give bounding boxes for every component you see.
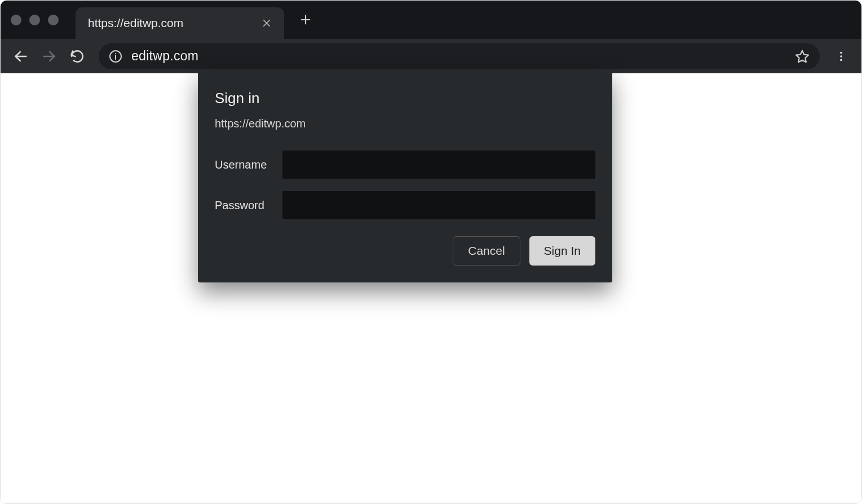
window-maximize-button[interactable] [48,15,59,25]
browser-tab-active[interactable]: https://editwp.com [76,7,284,39]
new-tab-button[interactable] [294,8,317,31]
arrow-right-icon [41,48,57,64]
window-controls [11,15,59,25]
dialog-actions: Cancel Sign In [215,236,595,266]
username-row: Username [215,151,595,179]
password-input[interactable] [282,191,595,219]
username-label: Username [215,158,282,171]
svg-point-11 [840,55,842,58]
back-button[interactable] [8,44,33,69]
info-icon [109,50,122,63]
dialog-origin: https://editwp.com [215,117,595,130]
reload-button[interactable] [65,44,90,69]
browser-window: https://editwp.com [0,0,862,504]
svg-point-12 [840,59,842,61]
window-close-button[interactable] [11,15,21,25]
browser-menu-button[interactable] [829,44,854,69]
page-content: Sign in https://editwp.com Username Pass… [1,73,861,503]
star-icon [795,49,810,64]
tab-strip: https://editwp.com [1,1,861,39]
tab-title: https://editwp.com [88,16,259,30]
arrow-left-icon [13,48,29,64]
tab-close-button[interactable] [259,16,274,30]
url-text: editwp.com [131,48,794,64]
svg-marker-9 [796,50,808,62]
reload-icon [70,49,85,64]
address-bar[interactable]: editwp.com [99,43,820,69]
dialog-title: Sign in [215,90,595,107]
close-icon [262,18,272,28]
cancel-button[interactable]: Cancel [453,236,520,266]
bookmark-button[interactable] [794,48,811,65]
browser-toolbar: editwp.com [1,39,861,73]
plus-icon [299,14,312,26]
site-info-button[interactable] [108,48,123,64]
password-row: Password [215,191,595,219]
username-input[interactable] [282,151,595,179]
window-minimize-button[interactable] [29,15,40,25]
sign-in-button[interactable]: Sign In [529,236,595,266]
more-vertical-icon [835,50,847,63]
http-auth-dialog: Sign in https://editwp.com Username Pass… [198,70,612,282]
password-label: Password [215,199,282,212]
svg-point-10 [840,51,842,54]
svg-point-8 [115,53,116,54]
forward-button[interactable] [37,44,61,69]
